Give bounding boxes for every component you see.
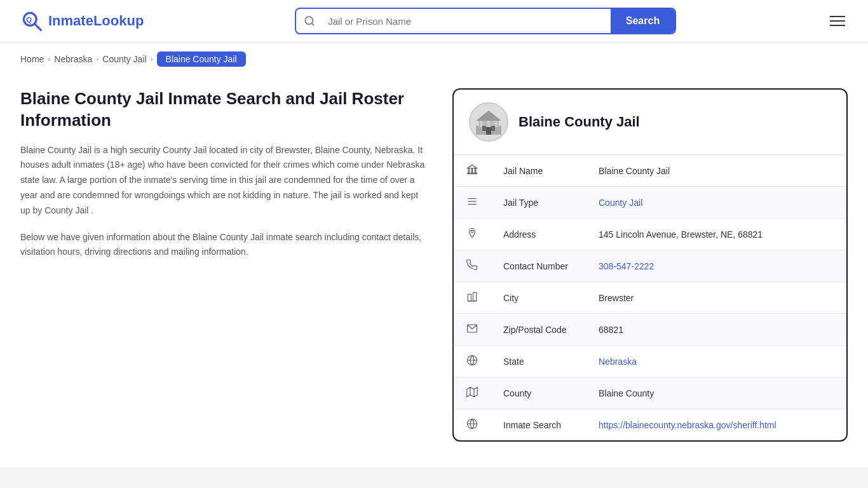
header: Q InmateLookup Search [0,0,868,43]
row-label: Address [491,219,586,250]
svg-rect-8 [482,126,486,131]
info-table: Jail Name Blaine County Jail Jail Type C… [454,155,846,440]
info-link[interactable]: https://blainecounty.nebraska.gov/sherif… [599,420,776,430]
search-wrapper: Search [295,8,676,34]
row-icon [454,155,491,187]
svg-line-4 [312,23,314,25]
logo-icon: Q [20,10,43,32]
hamburger-menu[interactable] [827,13,848,29]
row-value: Blaine County [586,377,846,409]
row-icon [454,409,491,441]
row-value: Brewster [586,282,846,314]
svg-text:Q: Q [26,15,32,24]
row-label: City [491,282,586,314]
page-description-1: Blaine County Jail is a high security Co… [20,143,427,219]
table-row: Jail Type County Jail [454,187,846,219]
logo-text: InmateLookup [48,13,144,29]
row-label: Contact Number [491,250,586,282]
logo-link[interactable]: Q InmateLookup [20,10,144,32]
info-link[interactable]: Nebraska [599,356,637,367]
info-value: Blaine County Jail [599,166,670,176]
svg-marker-7 [476,111,501,121]
row-label: State [491,346,586,377]
breadcrumb-active: Blaine County Jail [157,51,246,67]
row-value[interactable]: 308-547-2222 [586,250,846,282]
main-content: Blaine County Jail Inmate Search and Jai… [0,76,868,467]
svg-marker-18 [468,165,477,168]
svg-line-1 [35,24,41,30]
info-value: Brewster [599,293,634,303]
row-icon [454,346,491,377]
table-row: County Blaine County [454,377,846,409]
info-value: Blaine County [599,388,654,398]
chevron-icon: › [48,55,50,64]
row-value[interactable]: https://blainecounty.nebraska.gov/sherif… [586,409,846,441]
search-icon [296,15,323,27]
page-description-2: Below we have given information about th… [20,230,427,261]
chevron-icon-2: › [96,55,98,64]
table-row: City Brewster [454,282,846,314]
search-input[interactable] [323,10,611,33]
row-value: 145 Lincoln Avenue, Brewster, NE, 68821 [586,219,846,250]
svg-rect-15 [468,169,470,173]
table-row: Jail Name Blaine County Jail [454,155,846,187]
card-title: Blaine County Jail [519,114,640,130]
search-area: Search [295,8,676,34]
page-title: Blaine County Jail Inmate Search and Jai… [20,88,427,132]
row-value[interactable]: County Jail [586,187,846,219]
svg-rect-24 [473,292,477,301]
table-row: Contact Number 308-547-2222 [454,250,846,282]
svg-rect-16 [471,169,473,173]
svg-rect-9 [491,126,495,131]
info-value: 68821 [599,325,623,335]
breadcrumb-county-jail[interactable]: County Jail [102,54,146,64]
row-icon [454,187,491,219]
svg-rect-23 [468,294,471,301]
row-value: 68821 [586,314,846,346]
svg-rect-17 [475,169,477,173]
svg-rect-10 [486,127,491,135]
info-card: Blaine County Jail Jail Name Blaine Coun… [452,88,848,442]
row-label: Zip/Postal Code [491,314,586,346]
info-value: 145 Lincoln Avenue, Brewster, NE, 68821 [599,229,763,240]
row-icon [454,250,491,282]
search-button[interactable]: Search [611,9,675,33]
table-row: State Nebraska [454,346,846,377]
table-row: Address 145 Lincoln Avenue, Brewster, NE… [454,219,846,250]
jail-avatar [469,102,508,142]
row-value: Blaine County Jail [586,155,846,187]
row-icon [454,377,491,409]
row-label: County [491,377,586,409]
row-icon [454,314,491,346]
table-row: Inmate Search https://blainecounty.nebra… [454,409,846,441]
table-row: Zip/Postal Code 68821 [454,314,846,346]
breadcrumb: Home › Nebraska › County Jail › Blaine C… [0,43,868,76]
svg-marker-29 [467,388,478,397]
row-value[interactable]: Nebraska [586,346,846,377]
svg-rect-13 [495,121,498,127]
row-label: Inmate Search [491,409,586,441]
row-icon [454,282,491,314]
chevron-icon-3: › [151,55,153,64]
card-header: Blaine County Jail [454,90,846,155]
left-column: Blaine County Jail Inmate Search and Jai… [20,88,427,260]
footer [0,467,868,488]
breadcrumb-nebraska[interactable]: Nebraska [54,54,92,64]
svg-rect-12 [487,121,490,127]
svg-point-22 [471,230,473,233]
row-label: Jail Name [491,155,586,187]
row-label: Jail Type [491,187,586,219]
svg-rect-11 [480,121,482,127]
info-link[interactable]: County Jail [599,198,642,208]
info-link[interactable]: 308-547-2222 [599,261,654,271]
row-icon [454,219,491,250]
breadcrumb-home[interactable]: Home [20,54,44,64]
